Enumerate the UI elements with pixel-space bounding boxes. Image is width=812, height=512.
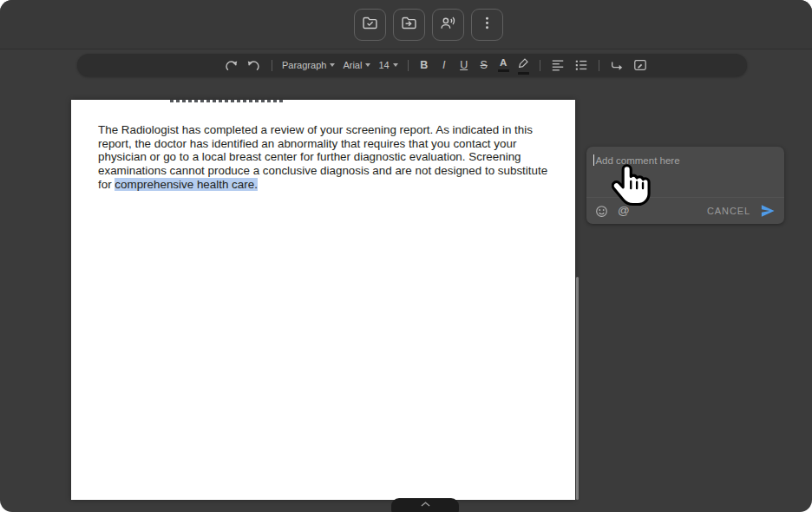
italic-button[interactable]: I <box>438 60 450 71</box>
text-color-button[interactable]: A <box>498 58 509 72</box>
bold-button[interactable]: B <box>418 60 430 71</box>
document-line: examinations cannot produce a conclusive… <box>98 164 547 178</box>
more-vertical-icon <box>478 14 496 36</box>
highlight-color-button[interactable] <box>517 56 530 75</box>
comment-footer: @ CANCEL <box>586 197 784 224</box>
paragraph-style-dropdown[interactable]: Paragraph <box>282 60 335 70</box>
cancel-button[interactable]: CANCEL <box>707 206 750 216</box>
vertical-scrollbar-thumb[interactable] <box>576 277 579 500</box>
send-icon <box>760 204 776 218</box>
folder-move-icon <box>400 14 418 36</box>
text-color-icon: A <box>500 58 507 69</box>
document-line-prefix: for <box>98 178 115 191</box>
toolbar-separator <box>408 60 409 71</box>
more-options-button[interactable] <box>471 9 503 41</box>
add-comment-button[interactable] <box>632 57 648 73</box>
document-page[interactable]: The Radiologist has completed a review o… <box>71 100 575 500</box>
clipped-text-top <box>170 100 283 102</box>
folder-check-icon <box>361 14 379 36</box>
chevron-down-icon <box>330 63 335 67</box>
send-button[interactable] <box>760 204 776 218</box>
strikethrough-button[interactable]: S <box>478 60 490 71</box>
font-size-dropdown[interactable]: 14 <box>378 60 397 70</box>
font-size-label: 14 <box>378 60 389 70</box>
align-left-icon <box>551 58 565 72</box>
top-bar-actions <box>354 9 503 41</box>
undo-icon <box>247 58 262 73</box>
app-window: Paragraph Arial 14 B I U S A <box>0 0 812 512</box>
document-line: physician or go to a local breast center… <box>98 150 547 164</box>
page-nav-pill[interactable] <box>391 498 459 512</box>
format-toolbar: Paragraph Arial 14 B I U S A <box>77 54 747 76</box>
toolbar-separator <box>272 60 272 71</box>
font-family-label: Arial <box>343 60 362 70</box>
document-line: for comprehensive health care. <box>98 178 547 192</box>
wrap-text-button[interactable] <box>609 57 625 73</box>
folder-check-button[interactable] <box>354 9 386 41</box>
add-comment-icon <box>633 58 647 72</box>
presenter-voice-icon <box>439 14 457 36</box>
text-caret <box>593 154 594 166</box>
wrap-text-icon <box>610 58 624 72</box>
numbered-list-icon <box>574 58 588 72</box>
emoji-button[interactable] <box>595 205 608 218</box>
folder-move-button[interactable] <box>393 9 425 41</box>
chevron-down-icon <box>365 63 370 67</box>
paragraph-style-label: Paragraph <box>282 60 326 70</box>
align-button[interactable] <box>550 57 566 73</box>
redo-icon <box>224 58 239 73</box>
underline-button[interactable]: U <box>458 60 470 71</box>
highlighted-text: comprehensive health care. <box>115 178 258 191</box>
chevron-down-icon <box>393 63 398 67</box>
font-family-dropdown[interactable]: Arial <box>343 60 370 70</box>
toolbar-separator <box>599 60 599 71</box>
redo-button[interactable] <box>223 57 239 73</box>
document-line: report, the doctor has identified an abn… <box>98 137 547 151</box>
undo-button[interactable] <box>246 57 262 73</box>
presenter-voice-button[interactable] <box>432 9 464 41</box>
list-button[interactable] <box>573 57 589 73</box>
top-bar <box>0 0 812 49</box>
toolbar-separator <box>540 60 540 71</box>
comment-input[interactable]: Add comment here <box>593 154 777 166</box>
emoji-icon <box>595 205 608 218</box>
mention-button[interactable]: @ <box>618 205 630 217</box>
document-line: The Radiologist has completed a review o… <box>98 123 547 137</box>
comment-box: Add comment here @ CANCEL <box>586 147 784 224</box>
comment-placeholder: Add comment here <box>595 155 679 166</box>
document-text: The Radiologist has completed a review o… <box>98 123 547 192</box>
chevron-up-icon <box>421 502 430 507</box>
highlight-icon <box>517 56 530 71</box>
